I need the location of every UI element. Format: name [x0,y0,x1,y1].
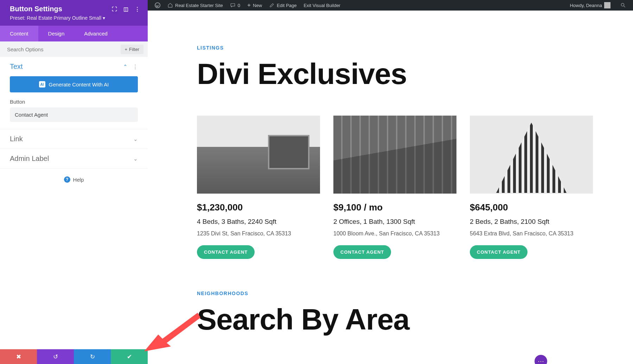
listings-eyebrow: LISTINGS [197,45,633,51]
svg-point-1 [621,3,624,6]
listing-specs: 2 Offices, 1 Bath, 1300 Sqft [333,218,456,226]
help-label: Help [73,177,84,183]
sidebar-tabs: Content Design Advanced [0,26,148,41]
redo-icon: ↻ [90,353,95,360]
chevron-down-icon: ▾ [103,15,105,21]
ai-badge-icon: AI [39,81,45,87]
listings-heading: Divi Exclusives [197,57,633,91]
filter-button[interactable]: +Filter [121,45,143,54]
more-icon[interactable]: ⋮ [135,6,140,12]
listing-specs: 2 Beds, 2 Baths, 2100 Sqft [470,218,593,226]
search-icon [620,2,626,8]
sidebar-header: Button Settings ⛶ ◫ ⋮ Preset: Real Estat… [0,0,148,26]
group-text: Text ⌃⋮ AI Generate Content With AI Butt… [0,57,148,129]
help-icon: ? [64,176,70,183]
undo-button[interactable]: ↺ [37,349,74,364]
search-input[interactable] [4,46,121,52]
tab-content[interactable]: Content [0,26,38,41]
listing-specs: 4 Beds, 3 Baths, 2240 Sqft [197,218,320,226]
group-admin-label-header[interactable]: Admin Label ⌄ [0,149,148,168]
preset-selector[interactable]: Preset: Real Estate Primary Outline Smal… [10,15,140,21]
listing-image [333,116,456,194]
comments-count: 0 [238,3,240,8]
group-link-header[interactable]: Link ⌄ [0,129,148,149]
new-content[interactable]: +New [244,2,266,9]
contact-agent-button[interactable]: CONTACT AGENT [470,245,528,259]
svg-point-0 [155,3,160,8]
preset-name: Real Estate Primary Outline Small [27,15,101,21]
site-name: Real Estate Starter Site [175,3,223,8]
listing-price: $9,100 / mo [333,202,456,213]
listing-price: $645,000 [470,202,593,213]
close-icon: ✖ [16,353,21,360]
save-button[interactable]: ✔ [111,349,148,364]
chevron-down-icon[interactable]: ⌄ [133,156,138,162]
home-icon [167,2,173,8]
site-link[interactable]: Real Estate Starter Site [164,2,226,8]
comment-icon [230,2,236,8]
generate-ai-button[interactable]: AI Generate Content With AI [10,76,138,92]
button-text-input[interactable] [10,108,138,122]
redo-button[interactable]: ↻ [74,349,111,364]
comments-link[interactable]: 0 [226,2,244,8]
cancel-button[interactable]: ✖ [0,349,37,364]
group-link-title: Link [10,135,23,143]
sidebar-footer: ✖ ↺ ↻ ✔ [0,349,148,364]
settings-sidebar: Button Settings ⛶ ◫ ⋮ Preset: Real Estat… [0,0,148,364]
group-admin-label-title: Admin Label [10,155,49,163]
group-text-title: Text [10,63,23,71]
plus-icon: + [247,2,251,9]
group-admin-label: Admin Label ⌄ [0,149,148,169]
listing-price: $1,230,000 [197,202,320,213]
chevron-up-icon[interactable]: ⌃ [123,64,128,70]
howdy-text: Howdy, Deanna [570,3,602,8]
layout-toggle-icon[interactable]: ◫ [123,6,128,12]
preset-prefix: Preset: [10,15,25,21]
group-text-header[interactable]: Text ⌃⋮ [0,57,148,76]
button-field-label: Button [10,99,138,105]
listing-card: $9,100 / mo 2 Offices, 1 Bath, 1300 Sqft… [333,116,456,259]
group-link: Link ⌄ [0,129,148,149]
contact-agent-button[interactable]: CONTACT AGENT [333,245,391,259]
wp-logo[interactable] [151,2,164,8]
kebab-icon[interactable]: ⋮ [133,64,138,70]
sidebar-title: Button Settings [10,5,62,13]
listings-grid: $1,230,000 4 Beds, 3 Baths, 2240 Sqft 12… [197,116,633,259]
wordpress-icon [155,2,160,8]
ai-button-label: Generate Content With AI [49,82,109,87]
pencil-icon [269,2,275,8]
help-link[interactable]: ? Help [0,169,148,190]
listing-card: $645,000 2 Beds, 2 Baths, 2100 Sqft 5643… [470,116,593,259]
tab-design[interactable]: Design [38,26,75,41]
avatar [604,2,610,8]
builder-fab[interactable]: ⋯ [535,355,547,364]
listing-address: 5643 Extra Blvd, San Fracisco, CA 35313 [470,230,593,237]
listing-address: 1000 Bloom Ave., San Fracisco, CA 35313 [333,230,456,237]
page-canvas: LISTINGS Divi Exclusives $1,230,000 4 Be… [148,11,633,364]
expand-icon[interactable]: ⛶ [112,6,117,12]
listing-image [197,116,320,194]
check-icon: ✔ [127,353,132,360]
new-label: New [253,3,262,8]
tab-advanced[interactable]: Advanced [74,26,117,41]
listing-card: $1,230,000 4 Beds, 3 Baths, 2240 Sqft 12… [197,116,320,259]
exit-visual-builder[interactable]: Exit Visual Builder [300,3,344,8]
listing-address: 1235 Divi St, San Fracisco, CA 35313 [197,230,320,237]
wp-admin-bar: Real Estate Starter Site 0 +New Edit Pag… [148,0,633,11]
ellipsis-icon: ⋯ [538,357,544,364]
filter-label: Filter [129,47,139,52]
plus-icon: + [125,47,128,52]
edit-page[interactable]: Edit Page [266,2,300,8]
account-menu[interactable]: Howdy, Deanna [566,2,614,8]
neighborhoods-eyebrow: NEIGHBORHOODS [197,291,633,296]
search-toggle[interactable] [617,2,629,8]
svg-line-2 [624,6,625,7]
listing-image [470,116,593,194]
neighborhoods-heading: Search By Area [197,303,633,337]
undo-icon: ↺ [53,353,58,360]
edit-page-label: Edit Page [277,3,296,8]
search-bar: +Filter [0,41,148,57]
exit-vb-label: Exit Visual Builder [303,3,340,8]
contact-agent-button[interactable]: CONTACT AGENT [197,245,255,259]
chevron-down-icon[interactable]: ⌄ [133,136,138,142]
